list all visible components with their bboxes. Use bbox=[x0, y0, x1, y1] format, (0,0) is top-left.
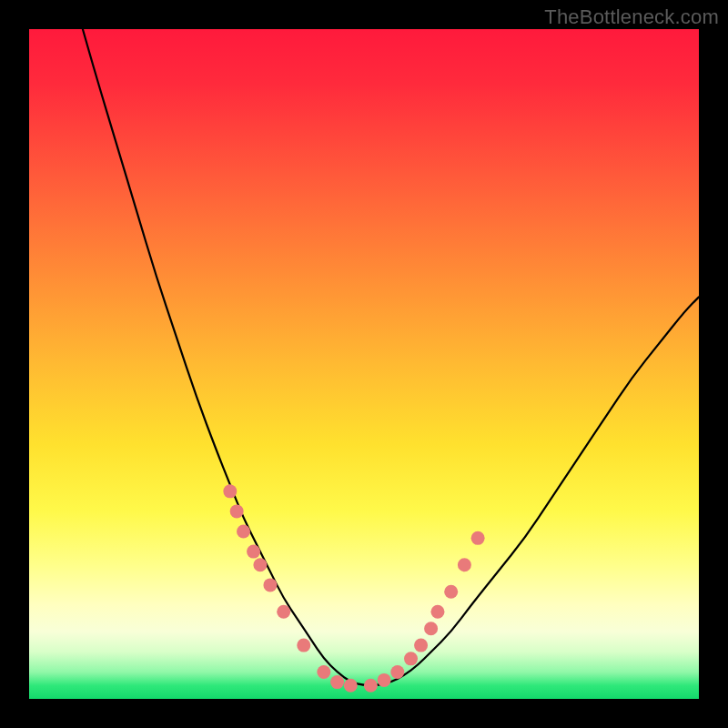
data-point bbox=[424, 622, 438, 635]
chart-frame: TheBottleneck.com bbox=[0, 0, 728, 728]
data-point bbox=[430, 605, 444, 619]
data-point bbox=[247, 545, 260, 559]
data-point bbox=[277, 605, 290, 619]
watermark-text: TheBottleneck.com bbox=[544, 5, 719, 29]
data-point bbox=[390, 665, 404, 679]
data-point bbox=[263, 578, 277, 592]
data-point bbox=[223, 484, 237, 498]
curve-layer bbox=[29, 29, 699, 699]
data-point bbox=[317, 665, 330, 679]
data-point bbox=[471, 531, 485, 545]
data-point bbox=[330, 675, 344, 689]
bottleneck-curve-path bbox=[83, 29, 699, 685]
data-point bbox=[364, 679, 378, 693]
data-point bbox=[344, 679, 358, 693]
data-point bbox=[444, 585, 458, 599]
plot-area bbox=[29, 29, 699, 699]
data-point bbox=[378, 673, 391, 687]
marker-layer bbox=[223, 484, 484, 692]
data-point bbox=[297, 639, 310, 652]
data-point bbox=[253, 558, 267, 571]
data-point bbox=[230, 504, 244, 518]
data-point bbox=[414, 639, 428, 652]
data-point bbox=[458, 558, 471, 571]
data-point bbox=[237, 525, 250, 539]
data-point bbox=[404, 652, 418, 665]
bottleneck-curve bbox=[83, 29, 699, 685]
